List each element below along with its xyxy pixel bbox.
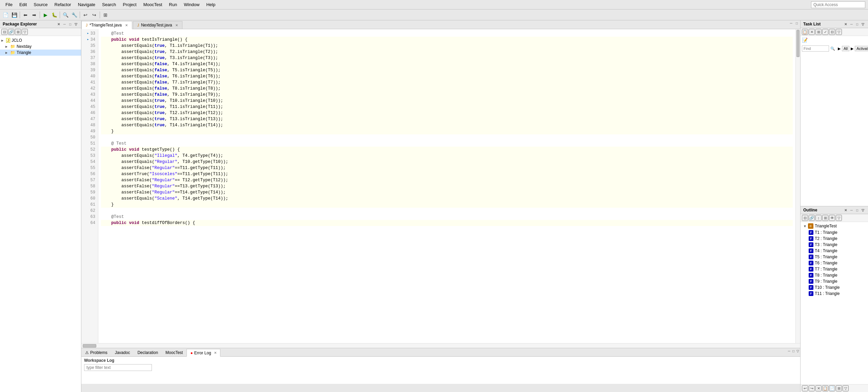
editor-scrollbar[interactable] <box>795 29 800 343</box>
menu-navigate[interactable]: Navigate <box>75 1 98 8</box>
nextdaytest-tab-close[interactable]: ✕ <box>175 23 178 27</box>
tasklist-close-icon[interactable]: ✕ <box>843 22 848 26</box>
tree-item-jclo[interactable]: ▶ J JCLO <box>0 37 81 43</box>
toolbar-search-btn[interactable]: 🔍 <box>61 11 70 19</box>
toolbar-refactor-btn[interactable]: 🔧 <box>70 11 78 19</box>
toolbar-new-btn[interactable]: 📄 <box>1 11 9 19</box>
toolbar-undo-btn[interactable]: ↩ <box>81 11 90 19</box>
toolbar-redo-btn[interactable]: ↪ <box>90 11 98 19</box>
ol-hide-btn[interactable]: 👁 <box>829 215 835 221</box>
outline-t6-label: T6 : Triangle <box>815 261 837 265</box>
toolbar-perspective-btn[interactable]: ⊞ <box>101 11 110 19</box>
outline-item-t5[interactable]: F T5 : Triangle <box>801 254 868 260</box>
menu-file[interactable]: File <box>3 1 15 8</box>
outline-item-t9[interactable]: F T9 : Triangle <box>801 278 868 284</box>
scrollbar-thumb[interactable] <box>796 30 800 57</box>
tl-new-btn[interactable]: 📋 <box>802 29 808 35</box>
ol-bottom-btn4[interactable]: 📋 <box>822 385 828 391</box>
menu-source[interactable]: Source <box>31 1 50 8</box>
outline-item-t8[interactable]: F T8 : Triangle <box>801 272 868 278</box>
menu-help[interactable]: Help <box>203 1 218 8</box>
outline-close-icon[interactable]: ✕ <box>843 208 848 212</box>
task-all-btn[interactable]: All <box>842 46 849 51</box>
filter-input[interactable] <box>84 364 152 371</box>
menu-run[interactable]: Run <box>166 1 180 8</box>
ol-collapse-btn[interactable]: ⊟ <box>802 215 808 221</box>
tab-mooctest[interactable]: MoocTest <box>162 349 186 356</box>
task-activate-btn[interactable]: Activat... <box>855 46 868 51</box>
ol-bottom-btn2[interactable]: ↪ <box>809 385 815 391</box>
triangletest-tab-close[interactable]: ✕ <box>125 23 128 27</box>
editor-tab-nextdaytest[interactable]: J NextdayTest.java ✕ <box>133 21 182 29</box>
outline-minimize-icon[interactable]: ─ <box>849 208 854 212</box>
menu-mooctest[interactable]: MoocTest <box>141 1 165 8</box>
outline-maximize-icon[interactable]: □ <box>855 208 859 212</box>
code-content[interactable]: @Test public void testIsTriangle() { ass… <box>98 29 795 343</box>
editor-minimize-btn[interactable]: ─ <box>789 21 793 29</box>
outline-item-t1[interactable]: F T1 : Triangle <box>801 229 868 236</box>
ol-bottom-btn5[interactable]: 📄 <box>829 385 835 391</box>
outline-item-t6[interactable]: F T6 : Triangle <box>801 260 868 266</box>
tl-menu-btn[interactable]: ▽ <box>836 29 842 35</box>
menu-search[interactable]: Search <box>99 1 119 8</box>
pe-menu-btn[interactable]: ▽ <box>22 29 28 35</box>
tl-collapse-btn[interactable]: ⊟ <box>829 29 835 35</box>
pe-filter-btn[interactable]: ⊞ <box>15 29 21 35</box>
menu-project[interactable]: Project <box>120 1 139 8</box>
package-explorer-menu-icon[interactable]: ▽ <box>74 22 78 26</box>
tree-item-nextday[interactable]: ▶ 📁 Nextday <box>0 43 81 50</box>
tab-declaration[interactable]: Declaration <box>134 349 162 356</box>
toolbar-back-btn[interactable]: ⬅ <box>21 11 29 19</box>
tab-javadoc[interactable]: Javadoc <box>111 349 134 356</box>
menu-refactor[interactable]: Refactor <box>52 1 74 8</box>
tasklist-maximize-icon[interactable]: □ <box>855 22 859 26</box>
outline-item-t4[interactable]: F T4 : Triangle <box>801 248 868 254</box>
quick-access-input[interactable] <box>811 1 865 8</box>
outline-item-t10[interactable]: F T10 : Triangle <box>801 284 868 291</box>
ol-menu-btn[interactable]: ▽ <box>836 215 842 221</box>
outline-item-t3[interactable]: F T3 : Triangle <box>801 242 868 248</box>
horizontal-scrollbar[interactable] <box>81 343 800 348</box>
outline-item-t11[interactable]: F T11 : Triangle <box>801 291 868 297</box>
ol-bottom-btn6[interactable]: ⊞ <box>836 385 842 391</box>
toolbar-debug-btn[interactable]: 🐛 <box>50 11 58 19</box>
package-explorer-maximize-icon[interactable]: □ <box>68 22 72 26</box>
ol-bottom-btn3[interactable]: ✕ <box>815 385 822 391</box>
menu-edit[interactable]: Edit <box>17 1 29 8</box>
toolbar-run-btn[interactable]: ▶ <box>41 11 50 19</box>
bottom-maximize-btn[interactable]: □ <box>791 349 795 356</box>
toolbar-save-btn[interactable]: 💾 <box>10 11 18 19</box>
pe-link-btn[interactable]: 🔗 <box>8 29 14 35</box>
outline-item-t7[interactable]: F T7 : Triangle <box>801 266 868 272</box>
ol-bottom-btn7[interactable]: ▽ <box>843 385 849 391</box>
ol-bottom-btn1[interactable]: ↩ <box>802 385 808 391</box>
editor-tab-triangletest[interactable]: J *TriangleTest.java ✕ <box>81 21 132 29</box>
tl-filter-btn[interactable]: ⊞ <box>815 29 822 35</box>
tree-item-triangle[interactable]: ▶ 📁 Triangle <box>0 50 81 56</box>
task-find-input[interactable] <box>802 45 829 52</box>
h-scrollbar-thumb[interactable] <box>83 344 96 348</box>
menu-window[interactable]: Window <box>181 1 202 8</box>
package-explorer-close-icon[interactable]: ✕ <box>56 22 61 26</box>
outline-item-t2[interactable]: F T2 : Triangle <box>801 236 868 242</box>
toolbar-fwd-btn[interactable]: ➡ <box>30 11 38 19</box>
tab-errorlog[interactable]: ● Error Log ✕ <box>186 349 220 357</box>
tasklist-minimize-icon[interactable]: ─ <box>849 22 854 26</box>
outline-field-icon-t1: F <box>809 230 813 235</box>
ol-filter-btn[interactable]: ⊞ <box>822 215 828 221</box>
outline-item-triangletest[interactable]: ▼ C TriangleTest <box>801 223 868 229</box>
pe-collapse-btn[interactable]: ⊟ <box>1 29 7 35</box>
outline-menu-icon[interactable]: ▽ <box>861 208 865 212</box>
ln-46: 46 <box>84 110 95 116</box>
ol-sort-btn[interactable]: ↕ <box>815 215 822 221</box>
ol-link-btn[interactable]: 🔗 <box>809 215 815 221</box>
tl-complete-btn[interactable]: ✓ <box>822 29 828 35</box>
errorlog-tab-close[interactable]: ✕ <box>214 351 217 355</box>
bottom-menu-btn[interactable]: ▽ <box>795 349 800 356</box>
editor-maximize-btn[interactable]: □ <box>795 21 799 29</box>
tab-problems[interactable]: ⚠ Problems <box>81 349 111 356</box>
package-explorer-minimize-icon[interactable]: ─ <box>62 22 67 26</box>
bottom-minimize-btn[interactable]: ─ <box>787 349 791 356</box>
tl-delete-btn[interactable]: ✕ <box>809 29 815 35</box>
tasklist-menu-icon[interactable]: ▽ <box>861 22 865 26</box>
